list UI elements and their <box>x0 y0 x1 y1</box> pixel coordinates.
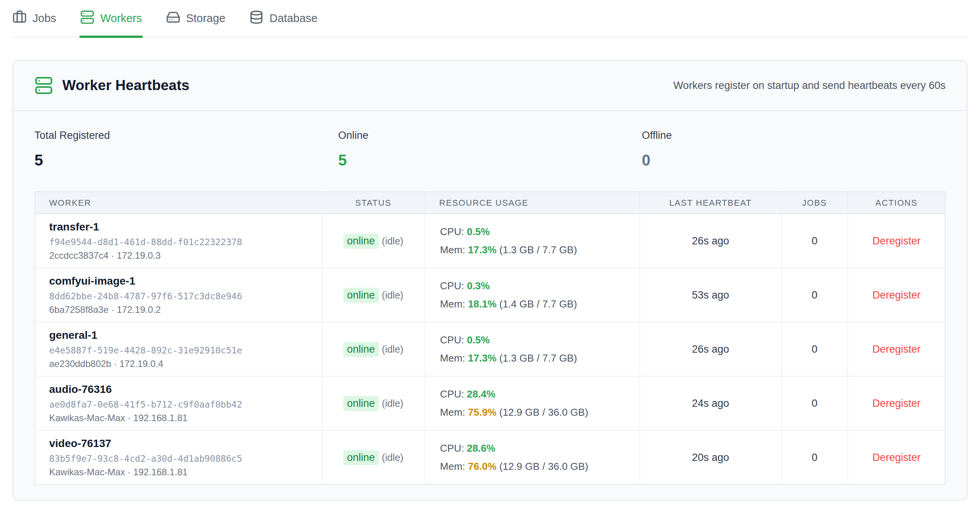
worker-cell: transfer-1 f94e9544-d8d1-461d-88dd-f01c2… <box>35 214 322 268</box>
actions-cell: Deregister <box>848 322 945 376</box>
status-badge: online <box>343 450 379 465</box>
table-row: transfer-1 f94e9544-d8d1-461d-88dd-f01c2… <box>35 214 945 268</box>
mem-value: 76.0% <box>468 461 497 472</box>
status-badge: online <box>343 234 379 249</box>
table-row: audio-76316 ae0d8fa7-0e68-41f5-b712-c9f0… <box>35 376 945 430</box>
cpu-value: 28.6% <box>467 442 495 454</box>
actions-cell: Deregister <box>848 376 945 430</box>
stat-offline: Offline 0 <box>642 130 946 191</box>
mem-detail: (12.9 GB / 36.0 GB) <box>499 406 588 418</box>
tab-workers[interactable]: Workers <box>80 0 142 37</box>
column-header-actions: ACTIONS <box>848 192 945 214</box>
mem-detail: (1.4 GB / 7.7 GB) <box>499 298 577 310</box>
tab-label: Jobs <box>33 12 56 25</box>
server-stack-icon <box>80 10 94 27</box>
worker-host: ae230ddb802b · 172.19.0.4 <box>49 358 321 369</box>
stats-row: Total Registered 5 Online 5 Offline 0 <box>13 111 967 191</box>
worker-host: Kawikas-Mac-Max · 192.168.1.81 <box>49 413 321 423</box>
deregister-button[interactable]: Deregister <box>872 343 921 355</box>
mem-value: 75.9% <box>468 406 497 418</box>
resource-cell: CPU: 28.6% Mem: 76.0% (12.9 GB / 36.0 GB… <box>425 430 640 485</box>
actions-cell: Deregister <box>848 268 945 322</box>
status-badge: online <box>343 342 379 357</box>
actions-cell: Deregister <box>848 214 945 268</box>
worker-host: Kawikas-Mac-Max · 192.168.1.81 <box>49 467 321 478</box>
worker-name: video-76137 <box>49 437 321 450</box>
mem-value: 17.3% <box>468 244 497 256</box>
worker-cell: general-1 e4e5887f-519e-4428-892c-31e929… <box>35 322 322 376</box>
mem-detail: (12.9 GB / 36.0 GB) <box>499 461 588 472</box>
deregister-button[interactable]: Deregister <box>872 235 921 247</box>
card-subtitle: Workers register on startup and send hea… <box>673 80 946 92</box>
table-row: general-1 e4e5887f-519e-4428-892c-31e929… <box>35 322 945 376</box>
worker-cell: audio-76316 ae0d8fa7-0e68-41f5-b712-c9f0… <box>35 376 322 430</box>
heartbeat-value: 26s ago <box>640 214 781 268</box>
jobs-count: 0 <box>781 430 848 485</box>
stat-value: 5 <box>338 152 642 169</box>
workers-table: WORKER STATUS RESOURCE USAGE LAST HEARTB… <box>34 191 946 485</box>
cpu-label: CPU: <box>440 226 464 237</box>
mem-label: Mem: <box>440 244 465 256</box>
jobs-count: 0 <box>781 322 848 376</box>
heartbeat-value: 26s ago <box>640 322 781 376</box>
resource-cell: CPU: 0.3% Mem: 18.1% (1.4 GB / 7.7 GB) <box>425 268 640 322</box>
status-mode: (idle) <box>382 344 404 355</box>
tab-storage[interactable]: Storage <box>166 0 226 37</box>
resource-cell: CPU: 28.4% Mem: 75.9% (12.9 GB / 36.0 GB… <box>425 376 640 430</box>
tab-label: Workers <box>100 12 142 25</box>
table-row: video-76137 83b5f9e7-93c8-4cd2-a30d-4d1a… <box>35 430 945 485</box>
tab-bar: Jobs Workers Storage Database <box>12 0 968 38</box>
worker-uuid: 83b5f9e7-93c8-4cd2-a30d-4d1ab90886c5 <box>49 454 321 464</box>
stat-label: Total Registered <box>34 130 338 142</box>
cpu-label: CPU: <box>440 334 464 346</box>
deregister-button[interactable]: Deregister <box>872 398 921 410</box>
mem-value: 17.3% <box>468 352 497 364</box>
page-title: Worker Heartbeats <box>62 77 189 94</box>
worker-uuid: e4e5887f-519e-4428-892c-31e92910c51e <box>49 345 321 355</box>
worker-host: 2ccdcc3837c4 · 172.19.0.3 <box>49 250 321 261</box>
column-header-worker: WORKER <box>35 192 322 214</box>
cpu-value: 0.5% <box>467 334 490 346</box>
status-badge: online <box>343 288 379 303</box>
status-cell: online(idle) <box>322 268 425 322</box>
cpu-value: 28.4% <box>467 388 495 400</box>
worker-name: transfer-1 <box>49 221 321 233</box>
deregister-button[interactable]: Deregister <box>872 452 921 464</box>
worker-uuid: 8dd62bbe-24b8-4787-97f6-517c3dc8e946 <box>49 291 321 301</box>
database-icon <box>249 10 264 27</box>
status-cell: online(idle) <box>322 376 425 430</box>
stat-label: Online <box>338 130 642 142</box>
tab-jobs[interactable]: Jobs <box>12 0 56 37</box>
status-cell: online(idle) <box>322 430 425 485</box>
jobs-count: 0 <box>781 376 848 430</box>
worker-cell: comfyui-image-1 8dd62bbe-24b8-4787-97f6-… <box>35 268 322 322</box>
actions-cell: Deregister <box>848 430 945 485</box>
resource-cell: CPU: 0.5% Mem: 17.3% (1.3 GB / 7.7 GB) <box>425 322 640 376</box>
column-header-last-heartbeat: LAST HEARTBEAT <box>640 192 781 214</box>
stat-label: Offline <box>642 130 946 142</box>
jobs-count: 0 <box>781 214 848 268</box>
heartbeat-value: 24s ago <box>640 376 781 430</box>
resource-cell: CPU: 0.5% Mem: 17.3% (1.3 GB / 7.7 GB) <box>425 214 640 268</box>
worker-name: general-1 <box>49 329 321 341</box>
table-header-row: WORKER STATUS RESOURCE USAGE LAST HEARTB… <box>35 192 945 214</box>
mem-value: 18.1% <box>468 298 497 310</box>
stat-value: 0 <box>642 152 946 169</box>
stat-online: Online 5 <box>338 130 642 191</box>
heartbeat-value: 53s ago <box>640 268 781 322</box>
cpu-value: 0.5% <box>467 226 490 237</box>
deregister-button[interactable]: Deregister <box>872 289 921 301</box>
heartbeat-value: 20s ago <box>640 430 781 485</box>
column-header-status: STATUS <box>322 192 425 214</box>
worker-uuid: ae0d8fa7-0e68-41f5-b712-c9f0aaf0bb42 <box>49 399 321 410</box>
tab-database[interactable]: Database <box>249 0 317 37</box>
cpu-label: CPU: <box>440 442 464 454</box>
status-badge: online <box>343 396 379 411</box>
hard-drive-icon <box>166 10 180 27</box>
mem-label: Mem: <box>440 352 465 364</box>
worker-name: audio-76316 <box>49 383 321 396</box>
worker-cell: video-76137 83b5f9e7-93c8-4cd2-a30d-4d1a… <box>35 430 322 485</box>
stat-total-registered: Total Registered 5 <box>34 130 338 191</box>
mem-label: Mem: <box>440 461 465 472</box>
table-row: comfyui-image-1 8dd62bbe-24b8-4787-97f6-… <box>35 268 945 322</box>
